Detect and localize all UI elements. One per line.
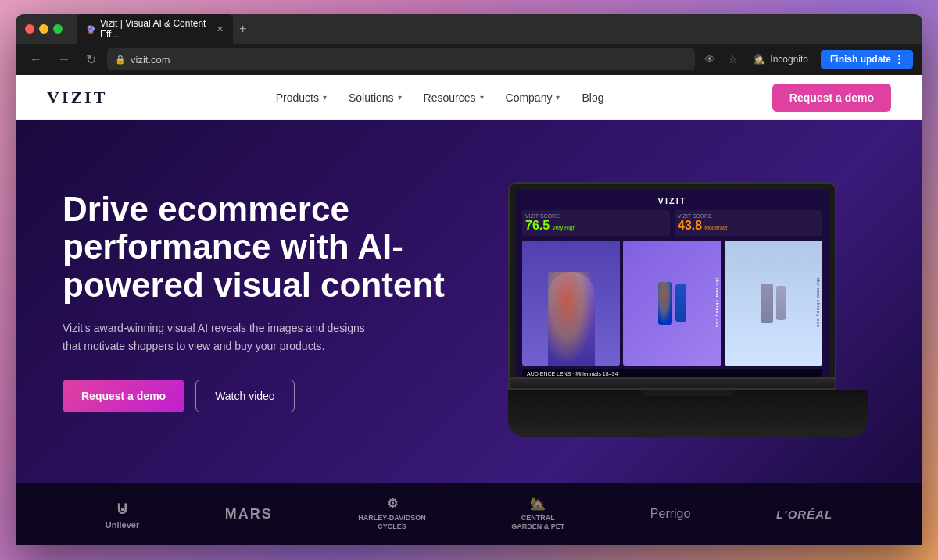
forward-button[interactable]: → — [53, 49, 75, 70]
chevron-down-icon: ▾ — [398, 93, 402, 102]
central-logo: 🏡 CENTRALGARDEN & PET — [511, 496, 564, 532]
website-content: VIZIT Products ▾ Solutions ▾ Resources ▾… — [16, 75, 922, 545]
browser-toolbar: ← → ↻ 🔒 vizit.com 👁 ☆ 🕵️ Incognito Finis… — [16, 44, 922, 75]
browser-tab-area: 🔮 Vizit | Visual AI & Content Eff... ✕ + — [77, 14, 891, 44]
traffic-lights — [25, 24, 63, 34]
finish-update-button[interactable]: Finish update ⋮ — [821, 50, 913, 69]
hero-subtitle: Vizit's award-winning visual AI reveals … — [63, 319, 375, 355]
central-icon: 🏡 — [511, 496, 564, 512]
harley-logo: ⚙ HARLEY-DAVIDSONCYCLES — [358, 496, 425, 532]
bookmark-icon[interactable]: ☆ — [725, 50, 741, 69]
nav-item-blog[interactable]: Blog — [582, 91, 603, 104]
central-label: CENTRALGARDEN & PET — [511, 514, 564, 531]
score-left-desc: Very High — [552, 225, 575, 230]
score-left-label: VIZIT SCORE — [525, 213, 667, 219]
score-box-left: VIZIT SCORE 76.5 Very High — [522, 210, 670, 236]
url-text: vizit.com — [131, 54, 170, 66]
harley-label: HARLEY-DAVIDSONCYCLES — [358, 514, 425, 531]
audience-label: AUDIENCE LENS — [527, 371, 571, 376]
incognito-icon: 🕵️ — [754, 54, 765, 65]
unilever-label: Unilever — [106, 520, 139, 530]
hero-title: Drive ecommerce performance with AI-powe… — [63, 191, 469, 304]
chevron-down-icon: ▾ — [556, 93, 560, 102]
new-tab-button[interactable]: + — [236, 22, 249, 36]
score-right-desc: Moderate — [704, 225, 728, 230]
vizit-ui-mockup: VIZIT VIZIT SCORE 76.5 Very High — [516, 190, 829, 377]
reload-button[interactable]: ↻ — [81, 49, 101, 70]
unilever-logo: ⊍ Unilever — [106, 498, 139, 530]
toolbar-right: 👁 ☆ 🕵️ Incognito Finish update ⋮ — [701, 50, 913, 69]
vizit-logo[interactable]: VIZIT — [47, 87, 107, 108]
nav-products-label: Products — [276, 91, 319, 104]
woman-image — [522, 241, 620, 366]
grid-cell-2: the new skinny can — [623, 241, 721, 366]
vizit-ui-logo: VIZIT — [658, 196, 687, 205]
nav-item-products[interactable]: Products ▾ — [276, 91, 327, 104]
vizit-ui-header: VIZIT — [522, 196, 822, 205]
score-left-value: 76.5 — [525, 219, 550, 233]
score-right-value: 43.8 — [678, 219, 702, 233]
url-bar[interactable]: 🔒 vizit.com — [107, 48, 695, 70]
chevron-down-icon: ▾ — [480, 93, 484, 102]
hero-image: VIZIT VIZIT SCORE 76.5 Very High — [469, 120, 875, 483]
chevron-down-icon: ▾ — [323, 93, 327, 102]
nav-solutions-label: Solutions — [349, 91, 394, 104]
incognito-indicator: 🕵️ Incognito — [747, 51, 814, 68]
laptop-base — [508, 379, 836, 390]
browser-titlebar: 🔮 Vizit | Visual AI & Content Eff... ✕ + — [16, 14, 922, 44]
score-right-label: VIZIT SCORE — [678, 213, 819, 219]
tab-favicon: 🔮 — [86, 25, 95, 34]
minimize-window-button[interactable] — [39, 24, 48, 34]
audience-value: Millennials 18–34 — [575, 371, 618, 376]
finish-update-label: Finish update — [830, 54, 891, 65]
perrigo-logo: Perrigo — [650, 507, 691, 521]
mars-logo: MARS — [225, 506, 273, 523]
grid-cell-3: the new skinny can — [725, 241, 822, 366]
tab-title: Vizit | Visual AI & Content Eff... — [100, 18, 209, 40]
laptop-screen: VIZIT VIZIT SCORE 76.5 Very High — [508, 182, 836, 379]
close-window-button[interactable] — [25, 24, 34, 34]
nav-company-label: Company — [506, 91, 553, 104]
loreal-logo: L'ORÉAL — [776, 508, 832, 521]
audience-bar: AUDIENCE LENS · Millennials 18–34 — [522, 369, 822, 377]
browser-window: 🔮 Vizit | Visual AI & Content Eff... ✕ +… — [16, 14, 922, 545]
harley-icon: ⚙ — [358, 496, 425, 512]
vizit-ui-scores: VIZIT SCORE 76.5 Very High VIZIT SCORE — [522, 210, 822, 236]
site-nav: VIZIT Products ▾ Solutions ▾ Resources ▾… — [16, 75, 922, 120]
hero-demo-button[interactable]: Request a demo — [63, 380, 184, 412]
grid-cell-1 — [522, 241, 620, 366]
back-button[interactable]: ← — [25, 49, 47, 70]
logos-section: ⊍ Unilever MARS ⚙ HARLEY-DAVIDSONCYCLES … — [16, 483, 922, 545]
nav-item-company[interactable]: Company ▾ — [506, 91, 560, 104]
privacy-eye-icon[interactable]: 👁 — [701, 50, 718, 69]
laptop-mockup: VIZIT VIZIT SCORE 76.5 Very High — [508, 182, 836, 437]
score-box-right: VIZIT SCORE 43.8 Moderate — [675, 210, 822, 236]
hero-video-button[interactable]: Watch video — [195, 380, 295, 412]
request-demo-nav-button[interactable]: Request a demo — [772, 84, 891, 112]
laptop-foot — [508, 390, 868, 437]
hero-buttons: Request a demo Watch video — [63, 380, 469, 412]
unilever-symbol: ⊍ — [106, 498, 139, 519]
active-tab[interactable]: 🔮 Vizit | Visual AI & Content Eff... ✕ — [77, 14, 233, 44]
secure-icon: 🔒 — [115, 55, 126, 65]
hero-content: Drive ecommerce performance with AI-powe… — [63, 191, 469, 412]
incognito-label: Incognito — [770, 54, 808, 65]
more-options-icon: ⋮ — [894, 54, 904, 65]
nav-item-solutions[interactable]: Solutions ▾ — [349, 91, 402, 104]
maximize-window-button[interactable] — [53, 24, 63, 34]
hero-section: Drive ecommerce performance with AI-powe… — [16, 120, 922, 483]
laptop-screen-inner: VIZIT VIZIT SCORE 76.5 Very High — [516, 190, 829, 377]
vizit-ui-grid: the new skinny can the new skinny can — [522, 241, 822, 366]
nav-links: Products ▾ Solutions ▾ Resources ▾ Compa… — [276, 91, 604, 104]
tab-close-button[interactable]: ✕ — [217, 24, 224, 34]
nav-resources-label: Resources — [424, 91, 476, 104]
nav-item-resources[interactable]: Resources ▾ — [424, 91, 484, 104]
